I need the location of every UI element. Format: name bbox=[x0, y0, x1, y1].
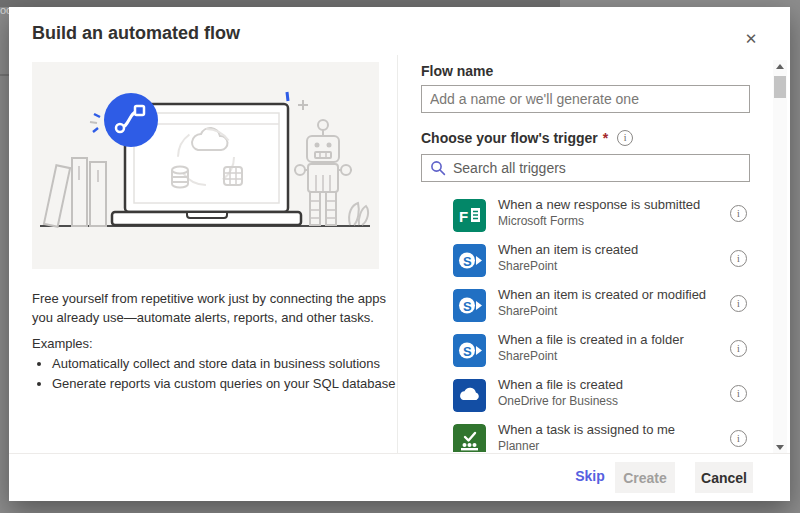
trigger-item-onedrive-file[interactable]: When a file is created OneDrive for Busi… bbox=[421, 373, 752, 418]
svg-text:S: S bbox=[463, 344, 472, 359]
trigger-subtitle: SharePoint bbox=[498, 304, 557, 318]
info-icon[interactable]: i bbox=[730, 295, 747, 312]
trigger-label-row: Choose your flow's trigger * i bbox=[421, 130, 633, 146]
search-triggers-input[interactable] bbox=[453, 156, 749, 180]
info-icon[interactable]: i bbox=[730, 430, 747, 447]
background-page-strip bbox=[0, 0, 560, 7]
examples-label: Examples: bbox=[32, 336, 93, 351]
info-icon[interactable]: i bbox=[730, 205, 747, 222]
svg-text:F: F bbox=[459, 208, 468, 225]
example-item: Generate reports via custom queries on y… bbox=[52, 374, 420, 394]
flow-name-input[interactable] bbox=[421, 85, 750, 113]
build-automated-flow-dialog: Build an automated flow ✕ bbox=[9, 7, 790, 501]
column-divider bbox=[397, 55, 398, 453]
trigger-subtitle: SharePoint bbox=[498, 349, 557, 363]
sharepoint-icon: S bbox=[453, 289, 486, 322]
background-page-line bbox=[0, 74, 9, 76]
cancel-button[interactable]: Cancel bbox=[695, 462, 753, 493]
trigger-search-box bbox=[421, 154, 750, 182]
trigger-label: Choose your flow's trigger bbox=[421, 130, 598, 146]
svg-text:S: S bbox=[463, 254, 472, 269]
skip-button[interactable]: Skip bbox=[565, 459, 615, 493]
onedrive-icon bbox=[453, 379, 486, 412]
info-icon[interactable]: i bbox=[730, 385, 747, 402]
svg-text:S: S bbox=[463, 299, 472, 314]
info-icon[interactable]: i bbox=[730, 340, 747, 357]
trigger-subtitle: SharePoint bbox=[498, 259, 557, 273]
required-marker: * bbox=[603, 130, 608, 146]
sharepoint-icon: S bbox=[453, 334, 486, 367]
microsoft-forms-icon: F bbox=[453, 199, 486, 232]
flow-form-panel: Flow name Choose your flow's trigger * i… bbox=[421, 7, 752, 453]
sharepoint-icon: S bbox=[453, 244, 486, 277]
trigger-item-forms-response[interactable]: F When a new response is submitted Micro… bbox=[421, 193, 752, 238]
trigger-item-sp-file-folder[interactable]: S When a file is created in a folder Sha… bbox=[421, 328, 752, 373]
scrollbar-thumb[interactable] bbox=[774, 76, 786, 98]
footer-divider bbox=[9, 453, 790, 454]
trigger-title: When a file is created bbox=[498, 377, 713, 392]
scroll-down-icon[interactable] bbox=[773, 440, 787, 454]
dialog-description: Free yourself from repetitive work just … bbox=[32, 289, 394, 327]
info-icon[interactable]: i bbox=[617, 130, 633, 146]
trigger-title: When a task is assigned to me bbox=[498, 422, 713, 437]
scrollbar[interactable] bbox=[773, 60, 787, 454]
scroll-up-icon[interactable] bbox=[773, 60, 787, 74]
trigger-title: When an item is created or modified bbox=[498, 287, 713, 302]
planner-icon bbox=[453, 424, 486, 452]
illustration-graphic bbox=[32, 62, 379, 269]
flow-illustration bbox=[32, 62, 379, 269]
dialog-title: Build an automated flow bbox=[32, 23, 240, 44]
trigger-subtitle: Microsoft Forms bbox=[498, 214, 584, 228]
example-item: Automatically collect and store data in … bbox=[52, 354, 420, 374]
trigger-subtitle: OneDrive for Business bbox=[498, 394, 618, 408]
trigger-item-planner-task[interactable]: When a task is assigned to me Planner i bbox=[421, 418, 752, 452]
trigger-title: When an item is created bbox=[498, 242, 713, 257]
robot-drawing bbox=[294, 120, 368, 225]
examples-list: Automatically collect and store data in … bbox=[32, 354, 420, 393]
trigger-title: When a file is created in a folder bbox=[498, 332, 713, 347]
trigger-item-sp-item-created[interactable]: S When an item is created SharePoint i bbox=[421, 238, 752, 283]
create-button[interactable]: Create bbox=[615, 462, 675, 493]
books-drawing bbox=[44, 158, 106, 227]
trigger-title: When a new response is submitted bbox=[498, 197, 713, 212]
search-icon bbox=[430, 160, 446, 176]
trigger-list: F When a new response is submitted Micro… bbox=[421, 193, 752, 452]
info-icon[interactable]: i bbox=[730, 250, 747, 267]
flow-name-label: Flow name bbox=[421, 63, 493, 79]
trigger-subtitle: Planner bbox=[498, 439, 539, 452]
trigger-item-sp-item-modified[interactable]: S When an item is created or modified Sh… bbox=[421, 283, 752, 328]
